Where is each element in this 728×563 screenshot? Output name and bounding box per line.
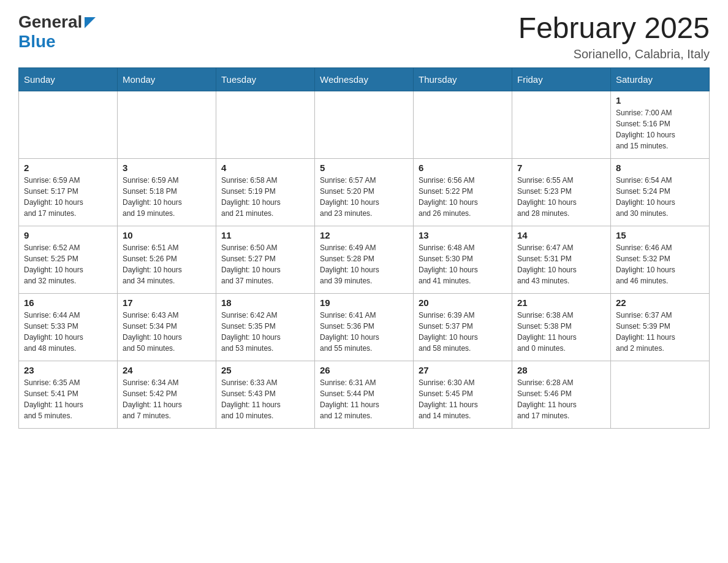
logo-blue-text: Blue [18, 32, 96, 52]
day-info: Sunrise: 6:42 AMSunset: 5:35 PMDaylight:… [221, 310, 309, 354]
day-number: 3 [123, 163, 211, 173]
weekday-header-wednesday: Wednesday [315, 67, 414, 91]
calendar-cell [611, 361, 710, 428]
calendar-cell: 4Sunrise: 6:58 AMSunset: 5:19 PMDaylight… [216, 158, 315, 226]
calendar-cell: 15Sunrise: 6:46 AMSunset: 5:32 PMDayligh… [611, 226, 710, 293]
day-number: 8 [616, 163, 704, 173]
day-info: Sunrise: 6:51 AMSunset: 5:26 PMDaylight:… [123, 242, 211, 286]
day-number: 13 [419, 230, 507, 240]
calendar-table: SundayMondayTuesdayWednesdayThursdayFrid… [18, 67, 710, 429]
day-number: 22 [616, 297, 704, 308]
day-info: Sunrise: 6:46 AMSunset: 5:32 PMDaylight:… [616, 242, 704, 286]
day-number: 18 [221, 297, 309, 308]
weekday-header-row: SundayMondayTuesdayWednesdayThursdayFrid… [19, 67, 710, 91]
day-info: Sunrise: 6:48 AMSunset: 5:30 PMDaylight:… [419, 242, 507, 286]
calendar-cell: 25Sunrise: 6:33 AMSunset: 5:43 PMDayligh… [216, 361, 315, 428]
day-info: Sunrise: 6:39 AMSunset: 5:37 PMDaylight:… [419, 310, 507, 354]
day-info: Sunrise: 6:57 AMSunset: 5:20 PMDaylight:… [320, 175, 408, 219]
day-number: 11 [221, 230, 309, 240]
weekday-header-friday: Friday [512, 67, 611, 91]
calendar-cell [414, 91, 512, 158]
svg-marker-0 [85, 17, 96, 28]
calendar-cell: 2Sunrise: 6:59 AMSunset: 5:17 PMDaylight… [19, 158, 118, 226]
day-info: Sunrise: 6:41 AMSunset: 5:36 PMDaylight:… [320, 310, 408, 354]
calendar-cell: 11Sunrise: 6:50 AMSunset: 5:27 PMDayligh… [216, 226, 315, 293]
day-info: Sunrise: 6:55 AMSunset: 5:23 PMDaylight:… [517, 175, 605, 219]
calendar-cell: 3Sunrise: 6:59 AMSunset: 5:18 PMDaylight… [118, 158, 216, 226]
day-number: 6 [419, 163, 507, 173]
calendar-week-row: 2Sunrise: 6:59 AMSunset: 5:17 PMDaylight… [19, 158, 710, 226]
day-info: Sunrise: 6:35 AMSunset: 5:41 PMDaylight:… [24, 377, 112, 421]
day-number: 17 [123, 297, 211, 308]
weekday-header-saturday: Saturday [611, 67, 710, 91]
logo-general-text: General [18, 12, 82, 32]
calendar-week-row: 23Sunrise: 6:35 AMSunset: 5:41 PMDayligh… [19, 361, 710, 428]
calendar-cell: 26Sunrise: 6:31 AMSunset: 5:44 PMDayligh… [315, 361, 414, 428]
day-info: Sunrise: 6:59 AMSunset: 5:17 PMDaylight:… [24, 175, 112, 219]
calendar-cell: 8Sunrise: 6:54 AMSunset: 5:24 PMDaylight… [611, 158, 710, 226]
calendar-header: SundayMondayTuesdayWednesdayThursdayFrid… [19, 67, 710, 91]
day-info: Sunrise: 6:58 AMSunset: 5:19 PMDaylight:… [221, 175, 309, 219]
day-number: 2 [24, 163, 112, 173]
day-number: 26 [320, 365, 408, 375]
calendar-cell [315, 91, 414, 158]
calendar-cell: 7Sunrise: 6:55 AMSunset: 5:23 PMDaylight… [512, 158, 611, 226]
weekday-header-sunday: Sunday [19, 67, 118, 91]
day-info: Sunrise: 7:00 AMSunset: 5:16 PMDaylight:… [616, 107, 704, 151]
day-number: 5 [320, 163, 408, 173]
calendar-cell: 19Sunrise: 6:41 AMSunset: 5:36 PMDayligh… [315, 293, 414, 361]
day-number: 16 [24, 297, 112, 308]
day-number: 9 [24, 230, 112, 240]
calendar-body: 1Sunrise: 7:00 AMSunset: 5:16 PMDaylight… [19, 91, 710, 428]
day-number: 1 [616, 95, 704, 105]
calendar-cell: 18Sunrise: 6:42 AMSunset: 5:35 PMDayligh… [216, 293, 315, 361]
day-number: 20 [419, 297, 507, 308]
day-number: 12 [320, 230, 408, 240]
calendar-cell: 21Sunrise: 6:38 AMSunset: 5:38 PMDayligh… [512, 293, 611, 361]
day-number: 27 [419, 365, 507, 375]
day-info: Sunrise: 6:37 AMSunset: 5:39 PMDaylight:… [616, 310, 704, 354]
weekday-header-monday: Monday [118, 67, 216, 91]
day-info: Sunrise: 6:47 AMSunset: 5:31 PMDaylight:… [517, 242, 605, 286]
day-info: Sunrise: 6:54 AMSunset: 5:24 PMDaylight:… [616, 175, 704, 219]
day-number: 7 [517, 163, 605, 173]
calendar-cell [512, 91, 611, 158]
calendar-week-row: 9Sunrise: 6:52 AMSunset: 5:25 PMDaylight… [19, 226, 710, 293]
calendar-cell: 28Sunrise: 6:28 AMSunset: 5:46 PMDayligh… [512, 361, 611, 428]
day-info: Sunrise: 6:44 AMSunset: 5:33 PMDaylight:… [24, 310, 112, 354]
calendar-cell [19, 91, 118, 158]
calendar-cell: 23Sunrise: 6:35 AMSunset: 5:41 PMDayligh… [19, 361, 118, 428]
calendar-cell: 24Sunrise: 6:34 AMSunset: 5:42 PMDayligh… [118, 361, 216, 428]
day-info: Sunrise: 6:49 AMSunset: 5:28 PMDaylight:… [320, 242, 408, 286]
calendar-cell: 16Sunrise: 6:44 AMSunset: 5:33 PMDayligh… [19, 293, 118, 361]
title-section: February 2025 Sorianello, Calabria, Ital… [518, 12, 710, 61]
calendar-cell: 10Sunrise: 6:51 AMSunset: 5:26 PMDayligh… [118, 226, 216, 293]
calendar-cell: 22Sunrise: 6:37 AMSunset: 5:39 PMDayligh… [611, 293, 710, 361]
day-number: 28 [517, 365, 605, 375]
calendar-cell: 1Sunrise: 7:00 AMSunset: 5:16 PMDaylight… [611, 91, 710, 158]
day-number: 23 [24, 365, 112, 375]
day-info: Sunrise: 6:33 AMSunset: 5:43 PMDaylight:… [221, 377, 309, 421]
day-info: Sunrise: 6:59 AMSunset: 5:18 PMDaylight:… [123, 175, 211, 219]
weekday-header-thursday: Thursday [414, 67, 512, 91]
day-info: Sunrise: 6:43 AMSunset: 5:34 PMDaylight:… [123, 310, 211, 354]
day-number: 19 [320, 297, 408, 308]
calendar-cell: 12Sunrise: 6:49 AMSunset: 5:28 PMDayligh… [315, 226, 414, 293]
day-number: 10 [123, 230, 211, 240]
day-number: 21 [517, 297, 605, 308]
calendar-week-row: 1Sunrise: 7:00 AMSunset: 5:16 PMDaylight… [19, 91, 710, 158]
month-title: February 2025 [518, 12, 710, 45]
calendar-cell: 6Sunrise: 6:56 AMSunset: 5:22 PMDaylight… [414, 158, 512, 226]
page-header: General Blue February 2025 Sorianello, C… [18, 12, 710, 61]
day-number: 4 [221, 163, 309, 173]
calendar-cell: 13Sunrise: 6:48 AMSunset: 5:30 PMDayligh… [414, 226, 512, 293]
day-number: 14 [517, 230, 605, 240]
day-info: Sunrise: 6:56 AMSunset: 5:22 PMDaylight:… [419, 175, 507, 219]
logo: General Blue [18, 12, 96, 52]
calendar-cell [216, 91, 315, 158]
day-info: Sunrise: 6:34 AMSunset: 5:42 PMDaylight:… [123, 377, 211, 421]
day-info: Sunrise: 6:28 AMSunset: 5:46 PMDaylight:… [517, 377, 605, 421]
weekday-header-tuesday: Tuesday [216, 67, 315, 91]
day-number: 24 [123, 365, 211, 375]
day-info: Sunrise: 6:30 AMSunset: 5:45 PMDaylight:… [419, 377, 507, 421]
